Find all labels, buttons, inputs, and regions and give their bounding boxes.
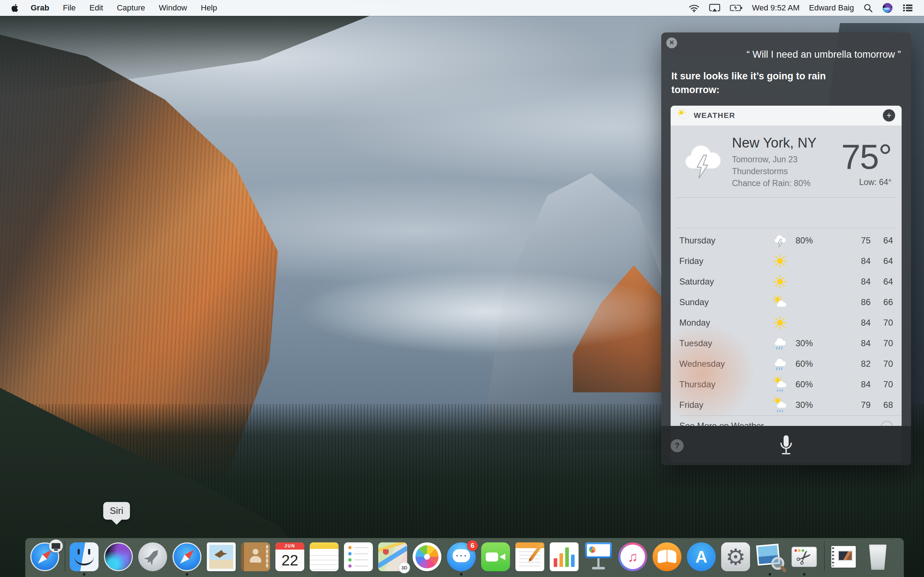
thunderstorm-icon xyxy=(769,232,791,249)
forecast-low: 64 xyxy=(871,235,893,246)
menu-bar: GrabFileEditCaptureWindowHelp Wed 9:52 A… xyxy=(0,0,924,16)
forecast-day: Friday xyxy=(679,400,769,410)
siri-response-text: It sure looks like it’s going to rain to… xyxy=(671,69,845,97)
dock: JUN223D6♫A⚙✂ xyxy=(25,538,904,577)
partly-cloudy-icon xyxy=(769,295,791,310)
dock-facetime-icon[interactable] xyxy=(481,542,510,571)
rain-icon xyxy=(769,335,791,351)
forecast-chance: 30% xyxy=(791,400,827,410)
weather-location: New York, NY xyxy=(732,135,816,151)
forecast-low: 64 xyxy=(871,277,893,287)
forecast-high: 84 xyxy=(850,338,871,348)
menu-bar-user-name[interactable]: Edward Baig xyxy=(809,3,854,13)
menu-capture[interactable]: Capture xyxy=(110,3,152,13)
forecast-row: Sunday8666 xyxy=(679,292,893,313)
dock-messages-icon[interactable]: 6 xyxy=(447,542,476,571)
apple-menu-icon[interactable] xyxy=(11,3,19,12)
siri-panel-footer: ? xyxy=(661,426,911,465)
forecast-chance: 60% xyxy=(791,359,827,369)
dock-pages-icon[interactable] xyxy=(515,542,544,571)
siri-query-text: “ Will I need an umbrella tomorrow ” xyxy=(671,49,901,60)
sun-rain-icon xyxy=(769,376,791,393)
dock-trash-icon[interactable] xyxy=(863,542,892,571)
dock-document-icon[interactable] xyxy=(829,542,858,571)
battery-charging-icon[interactable] xyxy=(730,3,743,12)
forecast-day: Wednesday xyxy=(679,359,769,369)
dock-numbers-icon[interactable] xyxy=(550,542,578,571)
forecast-day: Thursday xyxy=(679,379,769,390)
running-indicator xyxy=(186,573,188,575)
close-icon[interactable]: × xyxy=(666,37,677,48)
menu-file[interactable]: File xyxy=(56,3,82,13)
menu-help[interactable]: Help xyxy=(194,3,224,13)
dock-grab-icon[interactable]: ✂ xyxy=(790,542,819,571)
dock-siri-icon[interactable] xyxy=(104,542,133,571)
dock-safari-handoff-icon[interactable] xyxy=(30,542,59,571)
dock-ibooks-icon[interactable] xyxy=(653,542,682,571)
forecast-chance: 80% xyxy=(791,235,827,246)
forecast-row: Friday8464 xyxy=(679,251,893,272)
running-indicator xyxy=(803,573,806,575)
forecast-high: 82 xyxy=(850,359,871,369)
forecast-row: Friday30%7968 xyxy=(679,395,893,416)
weather-hourly-strip xyxy=(677,197,896,228)
weather-widget-header: WEATHER + xyxy=(670,106,901,126)
notification-center-icon[interactable] xyxy=(902,3,913,12)
forecast-high: 79 xyxy=(850,400,871,410)
weather-current: New York, NY Tomorrow, Jun 23 Thundersto… xyxy=(670,126,901,197)
wifi-icon[interactable] xyxy=(689,4,699,12)
menu-edit[interactable]: Edit xyxy=(82,3,110,13)
forecast-low: 70 xyxy=(871,318,893,328)
sunny-icon xyxy=(769,254,791,268)
dock-safari-icon[interactable] xyxy=(173,542,201,571)
help-button[interactable]: ? xyxy=(670,439,683,452)
dock-itunes-icon[interactable]: ♫ xyxy=(618,542,647,571)
forecast-low: 66 xyxy=(871,297,893,307)
forecast-high: 84 xyxy=(850,256,871,266)
forecast-row: Monday8470 xyxy=(679,313,893,333)
dock-launchpad-icon[interactable] xyxy=(138,542,167,571)
siri-icon[interactable] xyxy=(882,3,893,13)
dock-preview-icon[interactable] xyxy=(756,542,784,571)
dock-photos-icon[interactable] xyxy=(412,542,441,571)
forecast-high: 86 xyxy=(850,297,871,307)
forecast-high: 84 xyxy=(850,318,871,328)
weather-date: Tomorrow, Jun 23 xyxy=(732,154,816,166)
weather-forecast-list: Thursday80%7564Friday8464Saturday8464Sun… xyxy=(670,228,901,416)
microphone-icon[interactable] xyxy=(778,434,795,458)
spotlight-search-icon[interactable] xyxy=(863,3,873,13)
menu-bar-clock[interactable]: Wed 9:52 AM xyxy=(752,3,800,13)
forecast-low: 70 xyxy=(871,379,893,390)
airplay-display-icon[interactable] xyxy=(709,3,720,13)
dock-notes-icon[interactable] xyxy=(310,542,339,571)
forecast-chance: 30% xyxy=(791,338,827,348)
unread-badge: 6 xyxy=(467,540,478,551)
dock-keynote-icon[interactable] xyxy=(584,542,613,571)
dock-finder-icon[interactable] xyxy=(69,542,99,571)
dock-contacts-icon[interactable] xyxy=(241,542,270,571)
forecast-row: Tuesday30%8470 xyxy=(679,333,893,354)
display-badge-icon xyxy=(49,540,63,553)
forecast-row: Thursday60%8470 xyxy=(679,374,893,395)
siri-panel: × “ Will I need an umbrella tomorrow ” I… xyxy=(661,32,911,465)
menu-bar-status: Wed 9:52 AM Edward Baig xyxy=(689,3,913,13)
dock-system-preferences-icon[interactable]: ⚙ xyxy=(721,542,750,571)
running-indicator xyxy=(460,573,463,575)
weather-temperature: 75° xyxy=(842,137,892,177)
dock-calendar-icon[interactable]: JUN22 xyxy=(275,542,304,571)
add-widget-button[interactable]: + xyxy=(883,109,895,121)
wallpaper-mist xyxy=(277,266,693,358)
weather-low: Low: 64° xyxy=(842,177,892,187)
menu-grab[interactable]: Grab xyxy=(24,3,56,13)
forecast-day: Thursday xyxy=(679,235,769,246)
dock-app-store-icon[interactable]: A xyxy=(687,542,716,571)
forecast-row: Thursday80%7564 xyxy=(679,230,893,251)
menu-window[interactable]: Window xyxy=(152,3,194,13)
dock-divider xyxy=(65,541,65,571)
dock-mail-icon[interactable] xyxy=(207,542,236,571)
dock-reminders-icon[interactable] xyxy=(344,542,373,571)
dock-maps-icon[interactable]: 3D xyxy=(378,542,407,571)
app-menus: GrabFileEditCaptureWindowHelp xyxy=(24,3,224,13)
weather-widget[interactable]: WEATHER + New York, NY Tomorrow, Jun 23 … xyxy=(670,106,901,463)
dock-tooltip: Siri xyxy=(103,502,130,520)
